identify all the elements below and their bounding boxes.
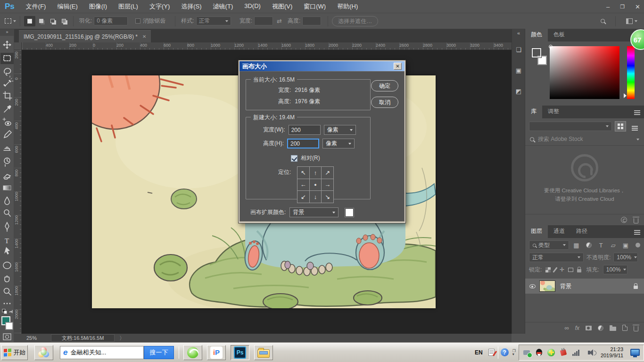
menu-item[interactable]: 图像(I) [83, 2, 113, 11]
workspace-switcher[interactable] [626, 18, 637, 24]
menu-item[interactable]: 图层(L) [113, 2, 144, 11]
history-panel-icon[interactable]: ❏ [512, 42, 525, 57]
clock[interactable]: 21:23 2019/9/11 [601, 346, 623, 359]
ok-button[interactable]: 确定 [371, 80, 398, 91]
tab-adjustments[interactable]: 调整 [542, 105, 565, 118]
dialog-title-bar[interactable]: 画布大小 ✕ [239, 61, 405, 71]
menu-item[interactable]: 选择(S) [175, 2, 207, 11]
gradient-tool[interactable] [3, 186, 11, 190]
zoom-level[interactable]: 25% [26, 335, 37, 341]
eyedropper-tool[interactable] [4, 106, 11, 112]
blur-tool[interactable] [5, 197, 9, 205]
photoshop-task-button[interactable]: Ps [231, 345, 249, 360]
panel-menu-icon[interactable] [634, 230, 640, 231]
new-selection-button[interactable] [24, 16, 35, 26]
zoom-tool[interactable] [4, 288, 11, 296]
hue-slider[interactable] [627, 46, 635, 99]
stamp-tool[interactable] [4, 147, 10, 150]
tab-close-icon[interactable]: ✕ [142, 34, 146, 39]
layer-row-background[interactable]: 背景 [525, 279, 644, 294]
restore-button[interactable]: ❐ [620, 4, 625, 10]
power-tray-icon[interactable] [560, 348, 568, 356]
qq-tray-icon[interactable] [535, 348, 543, 356]
anchor-arrow-cell[interactable]: ← [297, 179, 309, 191]
grid-view-button[interactable] [615, 121, 626, 132]
new-group-icon[interactable] [610, 327, 616, 331]
new-adjustment-icon[interactable] [598, 325, 603, 331]
library-search-input[interactable]: 搜索 Adobe Stock [538, 135, 583, 143]
extension-color-select[interactable]: 背景 [289, 207, 339, 217]
start-button[interactable]: 开始 [1, 345, 28, 360]
add-mask-icon[interactable] [586, 326, 592, 330]
antivirus-tray-icon[interactable] [547, 348, 555, 356]
document-tab[interactable]: IMG_20190911_211516.jpg @ 25%(RGB/8) * ✕ [19, 30, 151, 42]
pencil-tool[interactable] [4, 131, 11, 138]
filter-toggle[interactable] [636, 243, 640, 247]
layer-visibility-toggle[interactable] [525, 284, 539, 288]
blend-mode-select[interactable]: 正常 [529, 253, 584, 262]
explorer-button[interactable] [254, 345, 273, 360]
volume-icon[interactable] [584, 348, 594, 356]
anchor-arrow-cell[interactable]: ↙ [297, 191, 309, 203]
anchor-arrow-cell[interactable]: ↘ [322, 191, 333, 203]
menu-item[interactable]: 窗口(W) [298, 2, 331, 11]
delete-layer-icon[interactable] [634, 326, 638, 331]
layer-effects-icon[interactable]: fx [575, 325, 579, 331]
trash-icon[interactable] [634, 218, 638, 223]
background-color-swatch[interactable] [6, 322, 13, 329]
eraser-tool[interactable] [4, 174, 10, 179]
antialias-checkbox[interactable] [135, 18, 140, 24]
menu-item[interactable]: 帮助(H) [331, 2, 363, 11]
style-select[interactable]: 正常 [196, 16, 231, 25]
anchor-arrow-cell[interactable]: → [322, 179, 333, 191]
quick-mask-button[interactable] [3, 334, 11, 340]
toolbar-collapse[interactable]: » [0, 29, 14, 36]
lock-artboard-icon[interactable] [568, 268, 573, 272]
input-method-icon[interactable] [487, 348, 495, 356]
extension-color-swatch[interactable] [345, 208, 354, 217]
swap-dimensions-icon[interactable]: ⇄ [277, 17, 282, 25]
default-swap-colors[interactable] [2, 309, 12, 314]
list-view-button[interactable] [629, 121, 640, 132]
opacity-select[interactable]: 100% [613, 253, 638, 262]
tab-color[interactable]: 颜色 [525, 28, 548, 41]
horizontal-ruler[interactable]: 4002000200400600800100012001400160018002… [22, 42, 512, 50]
move-tool[interactable] [3, 41, 11, 49]
search-icon[interactable] [601, 19, 605, 23]
library-select[interactable] [529, 122, 612, 131]
ellipse-tool[interactable] [3, 262, 11, 269]
collapse-panels-icon[interactable]: « [512, 29, 525, 37]
vertical-ruler[interactable]: 2000200400600800100012001400160018002000 [14, 50, 22, 334]
history-brush-tool[interactable] [4, 158, 10, 166]
height-input[interactable] [302, 16, 321, 25]
panel-foreground-swatch[interactable] [532, 48, 541, 58]
new-height-input[interactable] [287, 139, 319, 148]
anchor-arrow-cell[interactable]: ↑ [310, 167, 322, 179]
tab-swatches[interactable]: 色板 [548, 28, 570, 41]
browser-button[interactable] [183, 345, 202, 360]
menu-item[interactable]: 滤镜(T) [207, 2, 239, 11]
tray-expand-icon[interactable]: ❐▾ [512, 349, 516, 356]
new-layer-icon[interactable] [622, 325, 627, 331]
more-tools-button[interactable] [4, 303, 11, 304]
menu-item[interactable]: 文件(F) [20, 2, 52, 11]
filter-adjustment-layers-icon[interactable] [584, 240, 594, 250]
chevron-down-icon[interactable] [636, 139, 639, 140]
filter-pixel-layers-icon[interactable]: ▦ [571, 240, 581, 250]
minimize-button[interactable]: – [606, 3, 610, 10]
select-and-mask-button[interactable]: 选择并遮住… [332, 16, 378, 26]
spot-healing-tool[interactable] [3, 118, 11, 125]
add-selection-button[interactable] [35, 16, 47, 26]
layer-filter-select[interactable]: 类型 [529, 240, 569, 250]
menu-item[interactable]: 3D(D) [239, 2, 266, 11]
lock-position-icon[interactable]: ✛ [560, 266, 564, 273]
anchor-arrow-cell[interactable]: ↗ [322, 167, 333, 179]
tab-libraries[interactable]: 库 [525, 105, 542, 118]
tab-channels[interactable]: 通道 [548, 225, 570, 238]
tool-preset[interactable] [5, 18, 16, 24]
path-selection-tool[interactable] [4, 247, 10, 255]
feather-input[interactable]: 0 像素 [94, 16, 128, 25]
display-tray-icon[interactable] [630, 349, 640, 356]
search-go-button[interactable]: 搜一下 [144, 346, 174, 359]
hand-tool[interactable] [5, 276, 9, 282]
